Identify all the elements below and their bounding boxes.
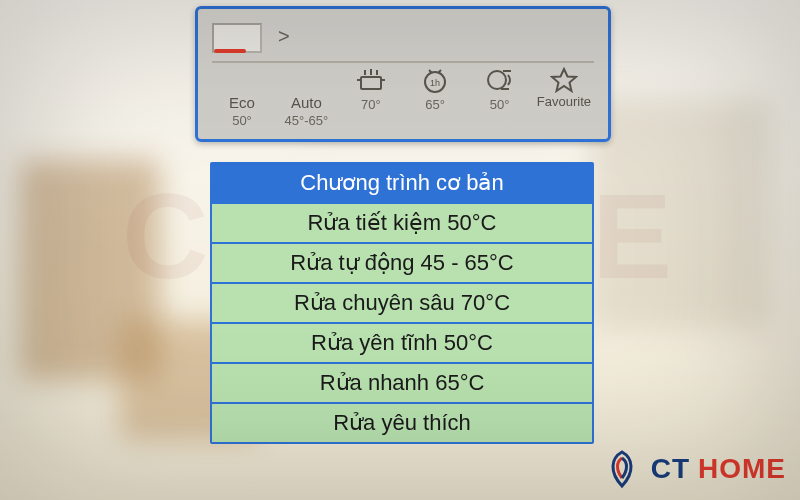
vignette	[0, 0, 800, 500]
stage: CTHOME www.cthome.vn > Eco 50° Auto 45°	[0, 0, 800, 500]
